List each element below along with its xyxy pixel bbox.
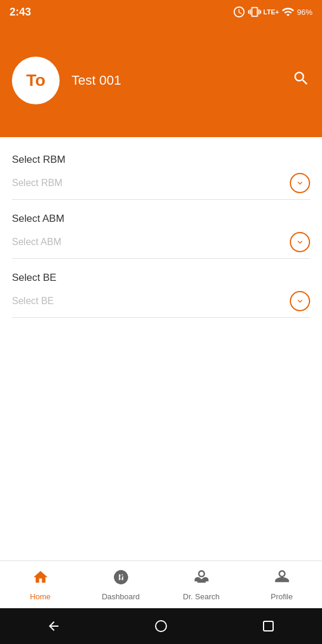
nav-dr-search-label: Dr. Search xyxy=(183,592,219,601)
nav-home[interactable]: Home xyxy=(0,569,80,601)
user-name: Test 001 xyxy=(72,73,121,88)
signal-icon xyxy=(281,5,295,18)
dr-search-icon xyxy=(193,569,210,590)
main-content: Select RBM Select RBM Select ABM Select … xyxy=(0,137,322,320)
select-rbm-label: Select RBM xyxy=(12,154,310,166)
nav-dashboard-label: Dashboard xyxy=(102,592,140,601)
select-abm-field[interactable]: Select ABM xyxy=(12,228,310,259)
status-time: 2:43 xyxy=(10,6,31,18)
select-rbm-group: Select RBM Select RBM xyxy=(12,143,310,202)
svg-point-2 xyxy=(156,621,166,631)
android-home-icon xyxy=(154,619,168,633)
profile-icon xyxy=(274,569,290,590)
home-svg xyxy=(32,569,49,586)
search-icon xyxy=(292,70,310,88)
select-rbm-field[interactable]: Select RBM xyxy=(12,169,310,200)
android-recents-button[interactable] xyxy=(261,619,275,633)
nav-home-label: Home xyxy=(30,592,51,601)
chevron-down-icon xyxy=(295,178,305,188)
android-nav-bar xyxy=(0,608,322,644)
nav-dr-search[interactable]: Dr. Search xyxy=(161,569,242,601)
battery-indicator: 96% xyxy=(297,8,312,17)
select-be-placeholder: Select BE xyxy=(12,296,54,306)
dashboard-icon xyxy=(113,569,129,590)
dr-search-svg xyxy=(193,569,210,586)
search-button[interactable] xyxy=(292,70,310,92)
select-abm-chevron[interactable] xyxy=(290,232,310,252)
back-icon xyxy=(47,619,61,633)
bottom-nav: Home Dashboard Dr. Search xyxy=(0,561,322,608)
select-be-field[interactable]: Select BE xyxy=(12,287,310,318)
android-back-button[interactable] xyxy=(47,619,61,633)
nav-dashboard[interactable]: Dashboard xyxy=(80,569,161,601)
user-avatar: To xyxy=(12,57,60,104)
status-icons: LTE+ 96% xyxy=(233,5,312,18)
select-be-group: Select BE Select BE xyxy=(12,261,310,320)
vibrate-icon xyxy=(248,5,261,18)
nav-profile[interactable]: Profile xyxy=(242,569,322,601)
chevron-down-icon xyxy=(295,237,305,247)
status-bar: 2:43 LTE+ 96% xyxy=(0,0,322,24)
app-header: To Test 001 xyxy=(0,24,322,137)
lte-indicator: LTE+ xyxy=(264,8,279,16)
select-abm-label: Select ABM xyxy=(12,213,310,225)
select-be-label: Select BE xyxy=(12,272,310,284)
select-rbm-chevron[interactable] xyxy=(290,173,310,193)
dashboard-svg xyxy=(113,569,129,586)
select-abm-placeholder: Select ABM xyxy=(12,237,61,247)
svg-rect-3 xyxy=(264,621,273,631)
select-abm-group: Select ABM Select ABM xyxy=(12,202,310,261)
select-be-chevron[interactable] xyxy=(290,291,310,311)
home-icon xyxy=(32,569,49,590)
profile-svg xyxy=(274,569,290,586)
recents-icon xyxy=(261,619,275,633)
chevron-down-icon xyxy=(295,296,305,306)
android-home-button[interactable] xyxy=(154,619,168,633)
nav-profile-label: Profile xyxy=(271,592,293,601)
select-rbm-placeholder: Select RBM xyxy=(12,178,62,188)
alarm-icon xyxy=(233,5,246,18)
